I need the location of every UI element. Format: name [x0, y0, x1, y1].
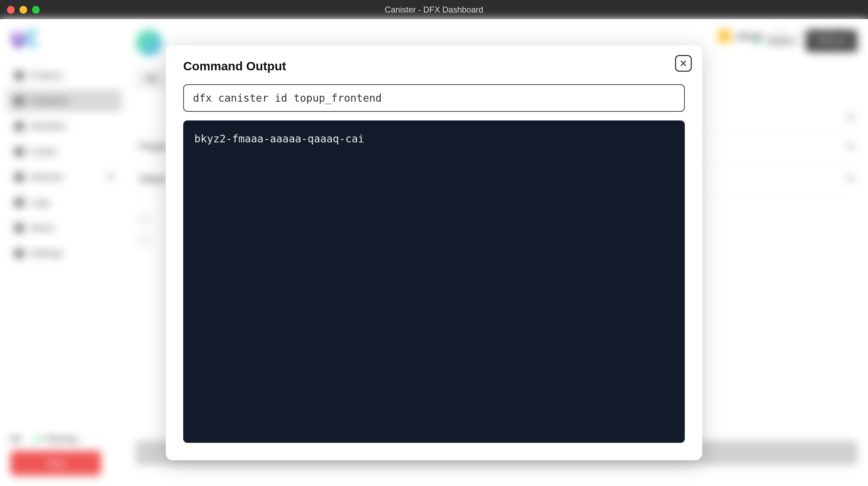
modal-close-button[interactable]	[675, 55, 692, 72]
modal-overlay: Command Output dfx canister id topup_fro…	[0, 19, 868, 486]
traffic-lights	[7, 6, 40, 14]
command-output-modal: Command Output dfx canister id topup_fro…	[166, 45, 702, 460]
window-close-button[interactable]	[7, 6, 15, 14]
close-icon	[680, 60, 687, 67]
modal-title: Command Output	[183, 59, 685, 73]
command-input[interactable]: dfx canister id topup_frontend	[183, 84, 685, 112]
terminal-output: bkyz2-fmaaa-aaaaa-qaaaq-cai	[183, 120, 685, 443]
window-title: Canister - DFX Dashboard	[385, 5, 483, 15]
titlebar: Canister - DFX Dashboard	[0, 0, 868, 19]
window-maximize-button[interactable]	[32, 6, 40, 14]
window-minimize-button[interactable]	[20, 6, 27, 14]
